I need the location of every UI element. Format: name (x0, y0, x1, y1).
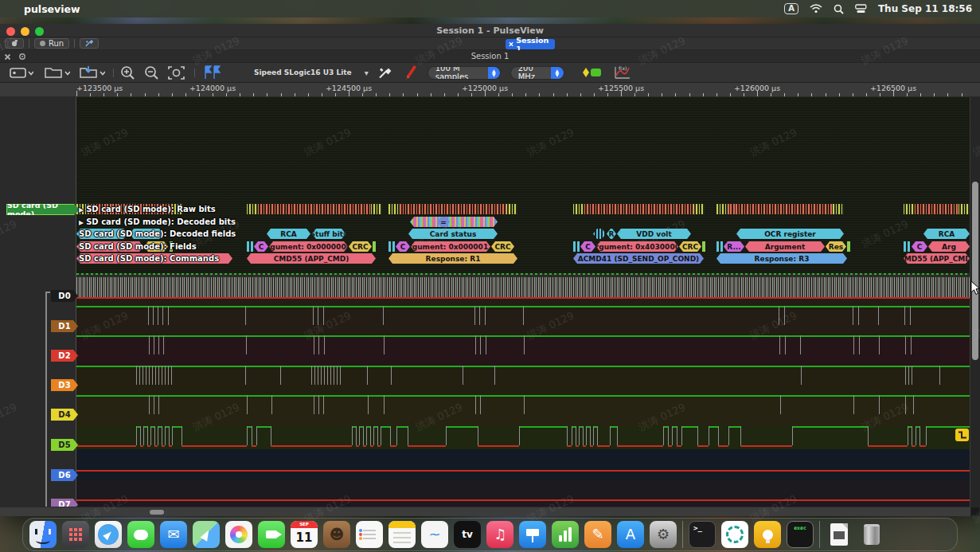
channel-label-d4[interactable]: D4 (51, 409, 78, 421)
expand-row-icon[interactable]: ▶ (79, 219, 84, 226)
dock-icon-appstore[interactable]: A (617, 521, 644, 548)
dock-icon-music[interactable]: ♫ (486, 521, 513, 548)
decoder-annotation-fields[interactable] (904, 241, 906, 252)
channel-label-d5[interactable]: D5 (51, 439, 78, 451)
zoom-fit-button[interactable] (168, 65, 185, 80)
wifi-icon[interactable] (810, 4, 822, 14)
decoder-annotation-fields[interactable]: Argument (745, 241, 825, 252)
decoder-annotation-fields[interactable]: Arg (928, 241, 970, 252)
decoder-annotation-commands[interactable]: Response: R1 (388, 253, 517, 264)
decoder-annotation-fields[interactable]: CRC (349, 241, 372, 252)
minimize-window-button[interactable] (21, 27, 29, 36)
decoder-annotation-commands[interactable]: ACMD41 (SD_SEND_OP_COND) (573, 253, 704, 264)
resize-corner[interactable] (971, 507, 979, 515)
zoom-window-button[interactable] (35, 27, 44, 36)
close-window-button[interactable] (6, 27, 15, 36)
decoder-annotation-raw-bits[interactable] (573, 204, 705, 214)
horizontal-scrollbar[interactable] (0, 507, 970, 516)
dock-icon-launchpad[interactable] (62, 521, 89, 548)
decoder-annotation-raw-bits[interactable] (247, 204, 382, 214)
decoder-annotation-commands[interactable]: CMD55 (APP_CMD) (247, 253, 376, 264)
save-file-button[interactable] (80, 65, 105, 80)
dock-icon-settings[interactable]: ⚙ (650, 521, 677, 548)
decoder-annotation-fields[interactable]: C (254, 241, 268, 252)
open-file-button[interactable] (45, 66, 70, 80)
dock-icon-safari[interactable] (95, 521, 122, 548)
new-session-button[interactable] (10, 66, 33, 80)
decoder-annotation-raw-bits[interactable] (904, 204, 970, 214)
decoder-annotation-fields[interactable] (847, 241, 850, 252)
decoder-annotation-decoded-fields[interactable]: R (607, 229, 616, 239)
decoder-annotation-decoded-fields[interactable]: OCR register (736, 229, 844, 239)
decoder-annotation-fields[interactable] (573, 241, 576, 252)
dock-icon-exec-app[interactable]: exec (787, 521, 814, 548)
stage-manager-icon[interactable] (855, 4, 867, 14)
channel-label-d3[interactable]: D3 (51, 379, 78, 391)
configure-device-button[interactable] (378, 67, 392, 79)
decoder-annotation-fields[interactable]: CRC (679, 241, 701, 252)
decoder-annotation-fields[interactable]: C (912, 241, 927, 252)
sample-rate-select[interactable]: 200 MHz ▲▼ (510, 66, 564, 80)
decoder-annotation-fields[interactable] (388, 241, 391, 252)
dock-icon-trash[interactable] (858, 521, 885, 548)
dock-icon-notes[interactable] (388, 521, 416, 548)
channel-label-d0[interactable]: D0 (51, 290, 78, 302)
decoder-annotation-fields[interactable] (720, 241, 723, 252)
time-ruler[interactable]: +123500 µs+124000 µs+124500 µs+125000 µs… (0, 83, 980, 97)
decoder-annotation-decoded-fields[interactable]: VDD volt (617, 229, 691, 239)
decoder-annotation-fields[interactable] (716, 241, 719, 252)
window-title-bar[interactable]: Session 1 - PulseView (0, 24, 980, 37)
close-tab-icon[interactable] (509, 41, 513, 47)
dock-icon-keynote[interactable] (519, 521, 546, 548)
device-name[interactable]: Sipeed SLogic16 U3 Lite (254, 69, 352, 76)
decoder-tab-sdcard[interactable]: SD card (SD mode) (6, 204, 80, 215)
trigger-marker-icon[interactable] (955, 429, 969, 441)
channel-label-d6[interactable]: D6 (51, 469, 78, 481)
dock-icon-mail[interactable]: ✉ (160, 521, 187, 548)
decoder-annotation-raw-bits[interactable] (388, 204, 517, 214)
decoder-annotation-decoded-fields[interactable]: RCA (267, 229, 310, 239)
dock-icon-numbers[interactable] (552, 521, 579, 548)
sigrok-session-button[interactable] (5, 38, 24, 49)
vertical-scrollbar-thumb[interactable] (972, 182, 978, 360)
dock-icon-freeform[interactable]: ~ (421, 521, 448, 548)
input-source-icon[interactable]: A (784, 3, 798, 14)
decoder-annotation-commands[interactable]: Response: R3 (716, 253, 847, 264)
channel-label-d1[interactable]: D1 (51, 320, 78, 332)
dock-icon-facetime[interactable] (258, 521, 285, 548)
configure-channels-button[interactable] (582, 67, 603, 78)
dock-icon-document[interactable] (826, 521, 853, 548)
dock-icon-terminal[interactable]: >_ (689, 521, 716, 548)
sample-rate-stepper[interactable]: ▲▼ (551, 66, 564, 80)
decoder-annotation-decoded-fields[interactable]: Stuff bits (312, 229, 346, 239)
dock-icon-finder[interactable] (29, 521, 57, 548)
decoder-annotation-decoded-fields[interactable] (593, 229, 606, 239)
decoder-annotation-fields[interactable] (247, 241, 249, 252)
decoder-annotation-fields[interactable]: Argument: 0x40300000 (596, 241, 678, 252)
add-math-signal-button[interactable]: f(x) (614, 65, 631, 80)
vertical-scrollbar[interactable] (970, 97, 980, 516)
zoom-out-button[interactable] (144, 65, 159, 80)
decoder-annotation-decoded-fields[interactable]: Card status (408, 229, 498, 239)
decoder-annotation-fields[interactable] (702, 241, 705, 252)
decoder-annotation-decoded-bits[interactable] (410, 217, 498, 227)
decoder-annotation-fields[interactable]: Res (826, 241, 846, 252)
decoder-annotation-fields[interactable]: C (580, 241, 595, 252)
dock-icon-pulseview-app[interactable] (721, 521, 748, 548)
tab-session-1[interactable]: Session 1 (506, 39, 555, 49)
expand-row-icon[interactable]: ▶ (79, 206, 84, 213)
decoder-annotation-raw-bits[interactable] (716, 204, 844, 214)
dock-icon-maps[interactable] (193, 521, 220, 548)
decoder-annotation-fields[interactable] (392, 241, 395, 252)
sample-count-select[interactable]: 100 M samples ▲▼ (428, 66, 501, 80)
dock-icon-pages[interactable]: ✎ (584, 521, 611, 548)
zoom-in-button[interactable] (120, 65, 135, 80)
decoder-annotation-fields[interactable] (373, 241, 376, 252)
decoder-annotation-fields[interactable]: R... (724, 241, 744, 252)
menu-clock[interactable]: Thu Sep 11 18:56 (878, 3, 972, 14)
spotlight-search-icon[interactable] (834, 4, 844, 14)
dock-icon-photos[interactable] (225, 521, 252, 548)
horizontal-scrollbar-thumb[interactable] (150, 510, 164, 515)
channel-group-bracket[interactable] (45, 292, 50, 513)
dock-icon-contacts[interactable]: ☻ (323, 521, 350, 548)
